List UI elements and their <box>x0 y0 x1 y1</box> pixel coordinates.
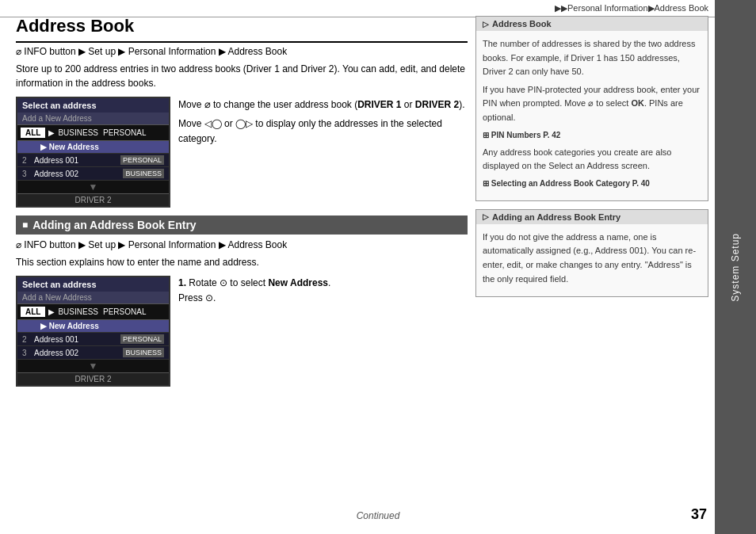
sidebar-tab: System Setup <box>715 0 756 534</box>
section2-info-text: ⌀ INFO button ▶ Set up ▶ Personal Inform… <box>16 239 287 250</box>
adding-entry-para-1: If you do not give the address a name, o… <box>483 231 701 286</box>
tab-personal-2: PERSONAL <box>103 307 146 316</box>
note-ref-category: Selecting an Address Book Category P. 40 <box>483 177 701 190</box>
address-book-note-body: The number of addresses is shared by the… <box>476 31 708 200</box>
section1-info-line: ⌀ INFO button ▶ Set up ▶ Personal Inform… <box>16 46 468 57</box>
adding-entry-note-box: ▷ Adding an Address Book Entry If you do… <box>475 209 708 297</box>
nav-row-addr001-1: 2 Address 001 PERSONAL <box>17 154 169 167</box>
nav-screen-2-subtitle: Add a New Address <box>17 292 169 303</box>
note-arrow-icon: ▷ <box>483 20 489 29</box>
nav-screen-2-arrow: ▼ <box>17 360 169 372</box>
note-para-2: If you have PIN-protected your address b… <box>483 83 701 125</box>
section1-screen-area: Select an address Add a New Address ALL … <box>16 97 468 208</box>
adding-entry-note-body: If you do not give the address a name, o… <box>476 224 708 296</box>
page-title: Address Book <box>16 16 468 43</box>
right-column: ▷ Address Book The number of addresses i… <box>475 16 708 502</box>
section1-instr-2: Move ◁◯ or ◯▷ to display only the addres… <box>178 116 468 147</box>
nav-screen-1: Select an address Add a New Address ALL … <box>16 97 170 208</box>
nav-screen-1-tabs: ALL ▶ BUSINESS PERSONAL <box>17 124 169 141</box>
section2-heading-text: Adding an Address Book Entry <box>32 219 196 231</box>
section2-info-line: ⌀ INFO button ▶ Set up ▶ Personal Inform… <box>16 239 468 250</box>
section2-heading: Adding an Address Book Entry <box>16 216 468 235</box>
tab-business-2: BUSINESS <box>58 307 98 316</box>
main-content: Address Book ⌀ INFO button ▶ Set up ▶ Pe… <box>16 16 708 502</box>
note-para-1: The number of addresses is shared by the… <box>483 37 701 79</box>
nav-screen-1-title: Select an address <box>17 98 169 113</box>
page-number: 37 <box>691 506 707 523</box>
section2-screen-area: Select an address Add a New Address ALL … <box>16 276 468 387</box>
nav-screen-1-footer: DRIVER 2 <box>17 193 169 206</box>
breadcrumb: ▶▶Personal Information▶Address Book <box>0 0 756 17</box>
nav-row-new-address-2: ▶ New Address <box>17 320 169 333</box>
breadcrumb-text: ▶▶Personal Information▶Address Book <box>555 3 708 13</box>
tab-personal: PERSONAL <box>103 128 146 137</box>
address-book-note-header: ▷ Address Book <box>476 17 708 31</box>
section2-desc: This section explains how to enter the n… <box>16 255 468 269</box>
nav-screen-2-tabs: ALL ▶ BUSINESS PERSONAL <box>17 303 169 320</box>
tab-business: BUSINESS <box>58 128 98 137</box>
nav-row-addr002-2: 3 Address 002 BUSINESS <box>17 346 169 360</box>
section1-instr-1: Move ⌀ to change the user address book (… <box>178 97 468 113</box>
section1-info-text: ⌀ INFO button ▶ Set up ▶ Personal Inform… <box>16 46 287 57</box>
section1-desc: Store up to 200 address entries in two a… <box>16 62 468 90</box>
section1-instructions: Move ⌀ to change the user address book (… <box>178 97 468 208</box>
address-book-note-title: Address Book <box>492 19 552 29</box>
nav-row-addr001-2: 2 Address 001 PERSONAL <box>17 333 169 346</box>
tab-all: ALL <box>21 128 45 138</box>
tab-arrow-2: ▶ <box>48 307 55 316</box>
adding-entry-note-title: Adding an Address Book Entry <box>492 212 620 222</box>
section2-step: 1. Rotate ⊙ to select New Address. Press… <box>178 276 330 387</box>
sidebar-label: System Setup <box>730 233 741 302</box>
nav-screen-2-title: Select an address <box>17 277 169 292</box>
nav-screen-2: Select an address Add a New Address ALL … <box>16 276 170 387</box>
tab-arrow: ▶ <box>48 128 55 137</box>
note-para-3: Any address book categories you create a… <box>483 146 701 174</box>
tab-all-2: ALL <box>21 307 45 317</box>
nav-row-addr002-1: 3 Address 002 BUSINESS <box>17 167 169 181</box>
nav-screen-1-subtitle: Add a New Address <box>17 113 169 124</box>
continued-label: Continued <box>357 510 400 521</box>
nav-row-new-address-1: ▶ New Address <box>17 141 169 154</box>
address-book-note-box: ▷ Address Book The number of addresses i… <box>475 16 708 201</box>
note-ref-pin: PIN Numbers P. 42 <box>483 129 701 142</box>
adding-entry-note-header: ▷ Adding an Address Book Entry <box>476 210 708 224</box>
left-column: Address Book ⌀ INFO button ▶ Set up ▶ Pe… <box>16 16 468 502</box>
note2-arrow-icon: ▷ <box>483 212 489 221</box>
nav-screen-1-arrow: ▼ <box>17 181 169 193</box>
nav-screen-2-footer: DRIVER 2 <box>17 372 169 385</box>
